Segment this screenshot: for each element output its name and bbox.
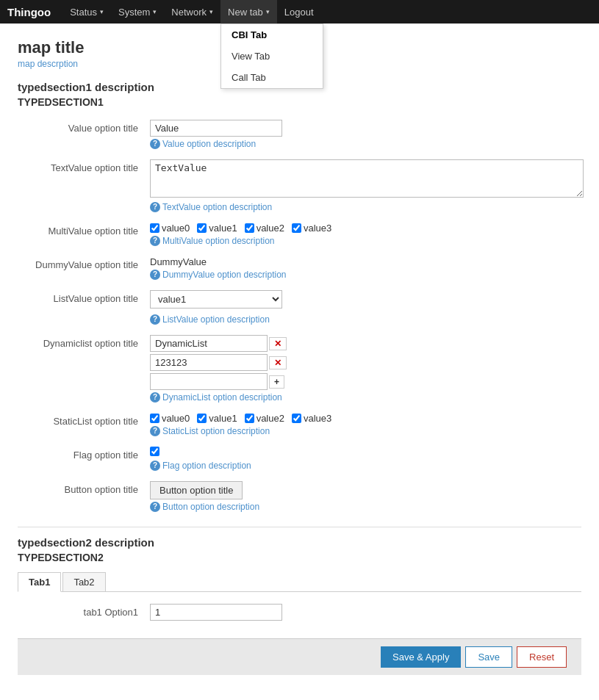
tab-tab1[interactable]: Tab1	[18, 572, 61, 592]
listvalue-option-control: value1 value2 value3 ? ListValue option …	[150, 290, 581, 325]
reset-button[interactable]: Reset	[517, 646, 567, 668]
textvalue-option-row: TextValue option title TextValue ? TextV…	[18, 156, 581, 215]
dropdown-item-call-tab[interactable]: Call Tab	[221, 67, 323, 88]
value-option-label: Value option title	[18, 120, 150, 134]
sl-checkbox-1[interactable]	[197, 414, 207, 423]
brand: Thingoo	[7, 6, 51, 18]
help-icon: ?	[150, 392, 160, 403]
button-option-btn[interactable]: Button option title	[150, 481, 243, 499]
tab1-option1-label: tab1 Option1	[18, 604, 150, 618]
chevron-down-icon: ▾	[266, 8, 270, 15]
help-icon: ?	[150, 236, 160, 246]
dynamic-list-input-1[interactable]	[150, 354, 268, 371]
dynamic-list-item-2: +	[150, 373, 581, 390]
help-icon: ?	[150, 461, 160, 471]
tabs-container: Tab1 Tab2	[18, 572, 581, 592]
button-option-control: Button option title ? Button option desc…	[150, 481, 581, 512]
dummyvalue-option-label: DummyValue option title	[18, 256, 150, 270]
button-help: ? Button option description	[150, 502, 581, 512]
staticlist-option-row: StaticList option title value0 value1 va…	[18, 410, 581, 439]
nav-network[interactable]: Network ▾	[164, 0, 220, 24]
help-icon: ?	[150, 270, 160, 280]
mv-label-0: value0	[162, 223, 190, 234]
textvalue-option-label: TextValue option title	[18, 159, 150, 173]
staticlist-option-label: StaticList option title	[18, 413, 150, 427]
nav-newtab[interactable]: New tab ▾ CBI Tab View Tab Call Tab	[220, 0, 277, 24]
sl-item-2: value2	[245, 413, 284, 424]
tab-tab2[interactable]: Tab2	[62, 572, 105, 591]
flag-option-row: Flag option title ? Flag option descript…	[18, 444, 581, 474]
staticlist-help: ? StaticList option description	[150, 426, 581, 436]
nav-system[interactable]: System ▾	[111, 0, 164, 24]
page-content: map title map descrption typedsection1 d…	[0, 24, 599, 700]
flag-option-control: ? Flag option description	[150, 447, 581, 471]
help-icon: ?	[150, 202, 160, 212]
chevron-down-icon: ▾	[153, 8, 157, 15]
sl-checkbox-3[interactable]	[292, 414, 301, 423]
dummyvalue-option-control: DummyValue ? DummyValue option descripti…	[150, 256, 581, 280]
sl-item-1: value1	[197, 413, 237, 424]
flag-checkbox[interactable]	[150, 447, 159, 456]
mv-checkbox-1[interactable]	[197, 223, 207, 233]
dummyvalue-help: ? DummyValue option description	[150, 270, 581, 280]
help-icon: ?	[150, 139, 160, 149]
section2-name: TYPEDSECTION2	[18, 552, 581, 563]
multivalue-option-row: MultiValue option title value0 value1 va…	[18, 220, 581, 249]
sl-checkbox-2[interactable]	[245, 414, 254, 423]
mv-checkbox-0[interactable]	[150, 223, 159, 233]
tab1-content: tab1 Option1	[18, 601, 581, 624]
save-button[interactable]: Save	[465, 646, 512, 668]
dynamic-list-input-2[interactable]	[150, 373, 268, 390]
dropdown-item-cbi-tab[interactable]: CBI Tab	[221, 24, 323, 46]
dynamic-list-item-1: ✕	[150, 354, 581, 371]
chevron-down-icon: ▾	[209, 8, 213, 15]
dynamic-list-item-0: ✕	[150, 335, 581, 352]
sl-label-1: value1	[209, 413, 237, 424]
mv-checkbox-2[interactable]	[245, 223, 254, 233]
sl-item-3: value3	[292, 413, 331, 424]
sl-label-0: value0	[162, 413, 190, 424]
listvalue-option-row: ListValue option title value1 value2 val…	[18, 287, 581, 328]
mv-label-2: value2	[257, 223, 284, 234]
mv-label-1: value1	[209, 223, 237, 234]
value-input[interactable]	[150, 120, 282, 137]
newtab-dropdown: CBI Tab View Tab Call Tab	[220, 24, 323, 89]
dynamiclist-option-row: Dynamiclist option title ✕ ✕ + ? Dynamic…	[18, 332, 581, 405]
tab1-option1-row: tab1 Option1	[18, 601, 581, 624]
dynamiclist-option-control: ✕ ✕ + ? DynamicList option description	[150, 335, 581, 403]
listvalue-help: ? ListValue option description	[150, 314, 581, 325]
multivalue-checkboxes: value0 value1 value2 value3	[150, 223, 581, 234]
dynamic-list-remove-1[interactable]: ✕	[269, 356, 287, 369]
value-option-row: Value option title ? Value option descri…	[18, 117, 581, 152]
textvalue-textarea[interactable]: TextValue	[150, 159, 584, 198]
sl-checkbox-0[interactable]	[150, 414, 159, 423]
nav-logout[interactable]: Logout	[277, 0, 321, 24]
page-footer: Save & Apply Save Reset	[18, 638, 581, 675]
section1-name: TYPEDSECTION1	[18, 96, 581, 108]
multivalue-option-control: value0 value1 value2 value3 ? MultiValue…	[150, 223, 581, 246]
flag-help: ? Flag option description	[150, 461, 581, 471]
dynamic-list-remove-0[interactable]: ✕	[269, 337, 287, 350]
sl-item-0: value0	[150, 413, 190, 424]
dynamic-list-input-0[interactable]	[150, 335, 268, 352]
help-icon: ?	[150, 426, 160, 436]
value-help: ? Value option description	[150, 139, 581, 149]
listvalue-select[interactable]: value1 value2 value3	[150, 290, 282, 308]
multivalue-option-label: MultiValue option title	[18, 223, 150, 237]
button-option-label: Button option title	[18, 481, 150, 495]
flag-option-label: Flag option title	[18, 447, 150, 461]
dropdown-item-view-tab[interactable]: View Tab	[221, 46, 323, 67]
dynamiclist-option-label: Dynamiclist option title	[18, 335, 150, 349]
tab1-option1-input[interactable]	[150, 604, 282, 621]
section2-description: typedsection2 description	[18, 536, 581, 549]
mv-item-0: value0	[150, 223, 190, 234]
staticlist-option-control: value0 value1 value2 value3 ? StaticList…	[150, 413, 581, 436]
mv-item-3: value3	[292, 223, 331, 234]
mv-item-1: value1	[197, 223, 237, 234]
mv-checkbox-3[interactable]	[292, 223, 301, 233]
dynamic-list-add[interactable]: +	[269, 375, 284, 389]
save-apply-button[interactable]: Save & Apply	[381, 646, 461, 668]
dynamiclist-help: ? DynamicList option description	[150, 392, 581, 403]
nav-status[interactable]: Status ▾	[62, 0, 111, 24]
listvalue-option-label: ListValue option title	[18, 290, 150, 304]
